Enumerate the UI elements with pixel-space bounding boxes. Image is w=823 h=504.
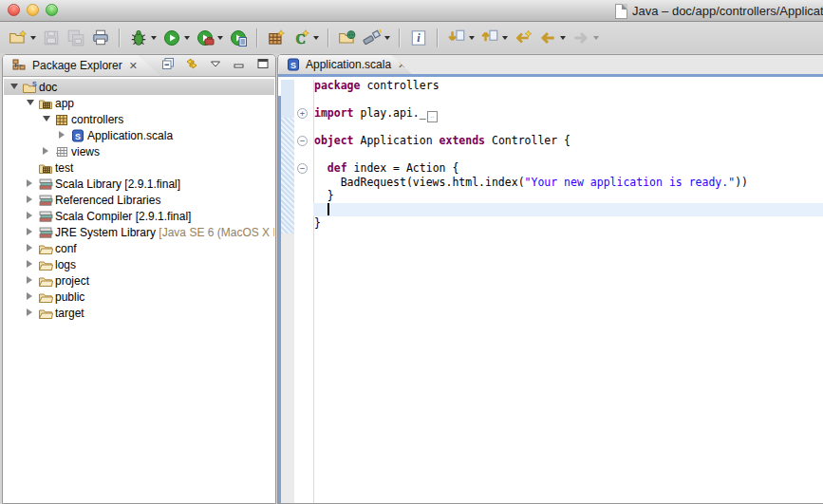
dropdown-caret-icon[interactable]: [593, 36, 599, 40]
run-icon: [162, 28, 181, 47]
tree-item-doc[interactable]: Sdoc: [4, 79, 274, 95]
search-button[interactable]: [361, 27, 392, 49]
expand-arrow-icon[interactable]: [27, 292, 32, 300]
external-tools-button[interactable]: [194, 27, 225, 49]
next-annotation-button[interactable]: [445, 27, 477, 49]
forward-button: [570, 27, 601, 49]
collapse-all-button[interactable]: [159, 57, 177, 74]
new-java-class-button[interactable]: C: [290, 27, 321, 49]
tree-item-label: Scala Compiler [2.9.1.final]: [55, 210, 191, 223]
code-line: }: [314, 189, 823, 203]
package-icon: [54, 112, 69, 127]
code-keyword: object: [314, 134, 360, 147]
code-line: object Application extends Controller {: [314, 134, 823, 148]
dropdown-caret-icon[interactable]: [560, 36, 566, 40]
folder-icon: [38, 241, 53, 256]
code-line-current: [313, 203, 823, 217]
expand-arrow-icon[interactable]: [27, 276, 32, 284]
collapse-arrow-icon[interactable]: [43, 116, 50, 121]
view-menu-button[interactable]: [207, 57, 224, 74]
save-icon: [42, 28, 61, 47]
tree-item-conf[interactable]: conf: [4, 240, 274, 256]
code-text: }: [314, 216, 321, 230]
dropdown-caret-icon[interactable]: [384, 36, 390, 40]
debug-icon: [129, 28, 148, 47]
expand-arrow-icon[interactable]: [27, 228, 32, 235]
title-bar: Java – doc/app/controllers/Application.s…: [0, 0, 823, 22]
open-resource-icon: [338, 28, 357, 47]
mark-occurrences-toggle[interactable]: i: [407, 27, 430, 49]
tree-item-scala-library-2-9-1-final[interactable]: Scala Library [2.9.1.final]: [4, 176, 274, 192]
code-text-area[interactable]: package controllersimport play.api._..ob…: [314, 79, 823, 503]
minimize-button[interactable]: [27, 4, 39, 16]
run-button[interactable]: [160, 27, 192, 49]
tree-item-application-scala[interactable]: SApplication.scala: [4, 127, 274, 143]
fold-collapse-icon[interactable]: −: [297, 163, 308, 174]
zoom-button[interactable]: [46, 4, 58, 16]
close-button[interactable]: [8, 4, 20, 16]
expand-arrow-icon[interactable]: [27, 179, 32, 187]
tree-item-app[interactable]: app: [4, 95, 274, 111]
last-edit-location-button[interactable]: [512, 27, 534, 49]
fold-collapse-icon[interactable]: −: [297, 136, 308, 146]
expand-arrow-icon[interactable]: [27, 212, 32, 219]
tree-item-public[interactable]: public: [4, 289, 274, 305]
debug-button[interactable]: [127, 27, 159, 49]
window-controls: [8, 4, 58, 16]
previous-annotation-button[interactable]: [478, 27, 510, 49]
maximize-view-button[interactable]: [254, 57, 271, 74]
dropdown-caret-icon[interactable]: [313, 36, 319, 40]
editor-tab-application-scala[interactable]: S Application.scala ✕: [279, 55, 412, 74]
tree-item-project[interactable]: project: [4, 272, 274, 289]
print-button[interactable]: [89, 27, 112, 49]
expand-arrow-icon[interactable]: [27, 244, 32, 252]
svg-text:i: i: [417, 31, 421, 45]
dropdown-caret-icon[interactable]: [151, 36, 157, 40]
save-all-button: [65, 27, 87, 49]
tree-item-label: views: [71, 145, 100, 159]
fold-expand-icon[interactable]: +: [297, 108, 308, 119]
close-editor-icon[interactable]: ✕: [398, 59, 406, 71]
run-history-button[interactable]: [227, 27, 250, 49]
close-view-icon[interactable]: ✕: [129, 60, 138, 72]
new-java-package-button[interactable]: [265, 27, 288, 49]
tree-item-scala-compiler-2-9-1-final[interactable]: Scala Compiler [2.9.1.final]: [4, 208, 274, 224]
collapse-arrow-icon[interactable]: [10, 84, 18, 89]
new-wizard-button[interactable]: [7, 27, 38, 49]
minimize-view-button[interactable]: [231, 57, 248, 74]
expand-arrow-icon[interactable]: [59, 131, 65, 139]
library-icon: [38, 193, 53, 208]
back-button[interactable]: [536, 27, 568, 49]
code-text: Controller {: [492, 134, 570, 147]
collapse-arrow-icon[interactable]: [27, 100, 34, 105]
open-resource-button[interactable]: [336, 27, 359, 49]
dropdown-caret-icon[interactable]: [184, 36, 190, 40]
tree-item-label: target: [55, 307, 84, 320]
tree-item-target[interactable]: target: [4, 305, 274, 321]
tree-item-label: controllers: [71, 113, 123, 126]
document-proxy-icon[interactable]: [615, 4, 627, 19]
dropdown-caret-icon[interactable]: [502, 36, 508, 40]
package-explorer-title: Package Explorer: [32, 59, 122, 72]
svg-text:S: S: [290, 61, 296, 70]
dropdown-caret-icon[interactable]: [30, 36, 36, 40]
code-keyword: package: [314, 79, 366, 92]
toolbar-separator: [256, 28, 258, 47]
tree-item-jre-system-library[interactable]: JRE System Library [Java SE 6 (MacOS X D…: [4, 224, 274, 240]
expand-arrow-icon[interactable]: [27, 196, 32, 203]
tree-item-controllers[interactable]: controllers: [4, 111, 274, 127]
tree-item-test[interactable]: test: [4, 159, 274, 176]
tree-item-label: logs: [55, 258, 76, 271]
link-with-editor-button[interactable]: [183, 57, 200, 74]
expand-arrow-icon[interactable]: [27, 308, 32, 316]
expand-arrow-icon[interactable]: [27, 260, 32, 268]
editor-body: +−− package controllersimport play.api._…: [278, 77, 823, 503]
dropdown-caret-icon[interactable]: [469, 36, 475, 40]
toolbar-separator: [327, 28, 329, 47]
tree-item-views[interactable]: views: [4, 143, 274, 159]
expand-arrow-icon[interactable]: [43, 147, 48, 155]
package-explorer-tab[interactable]: Package Explorer ✕: [3, 55, 160, 76]
tree-item-referenced-libraries[interactable]: Referenced Libraries: [4, 192, 274, 208]
tree-item-logs[interactable]: logs: [4, 256, 274, 272]
dropdown-caret-icon[interactable]: [217, 36, 223, 40]
